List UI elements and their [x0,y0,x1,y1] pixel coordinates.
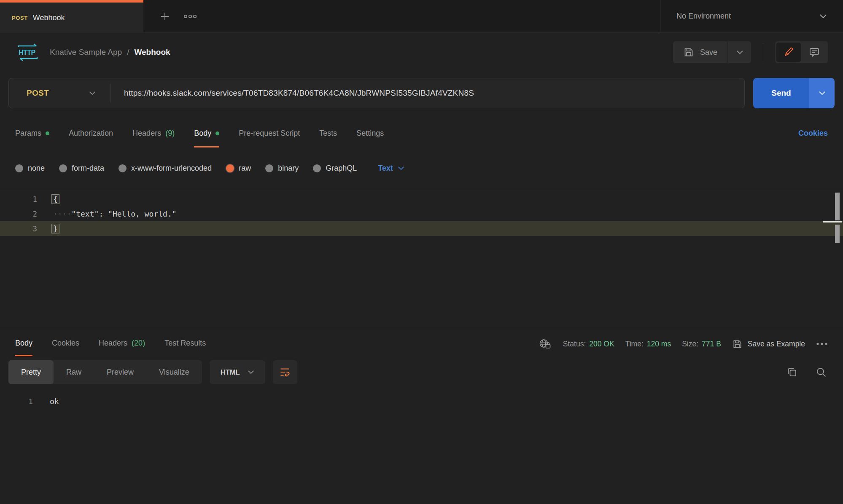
wrap-lines-button[interactable] [273,360,297,384]
view-pretty-label: Pretty [21,368,41,377]
editor-line: 2 ····"text": "Hello, world." [0,206,843,221]
response-options-button[interactable] [816,342,828,346]
method-selector[interactable]: POST [9,88,110,98]
status-pair: Status: 200 OK [563,340,614,349]
tab-headers[interactable]: Headers (9) [132,121,175,147]
breadcrumb-request-name[interactable]: Webhook [134,48,170,57]
view-visualize[interactable]: Visualize [146,360,202,384]
request-body-editor[interactable]: 1 { 2 ····"text": "Hello, world." 3 } [0,189,843,329]
url-row: POST https://hooks.slack.com/services/T0… [0,72,843,115]
environment-value: No Environment [676,12,731,21]
tab-settings-label: Settings [356,129,384,138]
response-line-number: 1 [0,394,33,409]
tab-body-label: Body [194,129,211,138]
line-number: 3 [0,221,37,236]
tab-settings[interactable]: Settings [356,121,384,147]
save-options-button[interactable] [728,41,751,63]
comments-button[interactable] [802,43,827,62]
send-button-label: Send [771,88,791,98]
chevron-down-icon [248,370,254,374]
chevron-down-icon [819,14,827,19]
code-text: { [37,192,59,206]
save-as-example-button[interactable]: Save as Example [732,339,805,349]
url-bar: POST https://hooks.slack.com/services/T0… [8,78,745,108]
save-icon [732,339,743,349]
cookies-link[interactable]: Cookies [798,121,828,147]
url-input[interactable]: https://hooks.slack.com/services/T06TD83… [110,88,474,98]
send-button[interactable]: Send [753,78,809,108]
save-split-button: Save [673,41,751,63]
code-text: } [37,221,59,236]
response-tab-test-results[interactable]: Test Results [164,332,206,356]
chevron-down-icon [819,91,826,95]
view-raw-label: Raw [66,368,81,377]
editor-scrollbar-thumb[interactable] [835,193,840,220]
view-raw[interactable]: Raw [54,360,94,384]
mode-urlencoded[interactable]: x-www-form-urlencoded [119,164,212,173]
response-view-row: Pretty Raw Preview Visualize HTML [0,356,843,388]
view-visualize-label: Visualize [159,368,189,377]
params-active-dot [46,131,49,135]
radio-selected-icon [226,164,234,172]
tab-authorization[interactable]: Authorization [69,121,113,147]
radio-icon [59,164,67,172]
radio-icon [265,164,273,172]
response-tab-cookies[interactable]: Cookies [52,332,79,356]
bracket-highlight: } [51,224,59,233]
time-pair: Time: 120 ms [625,340,671,349]
request-section-tabs: Params Authorization Headers (9) Body Pr… [0,115,843,147]
tab-tests[interactable]: Tests [319,121,337,147]
response-tab-body-label: Body [15,339,32,348]
save-button[interactable]: Save [673,41,727,63]
breadcrumb-separator: / [127,48,129,57]
tab-pre-request-label: Pre-request Script [239,129,300,138]
line-number: 1 [0,192,37,206]
radio-icon [119,164,127,172]
more-icon [816,342,828,346]
mode-none[interactable]: none [15,164,45,173]
view-preview[interactable]: Preview [94,360,146,384]
new-tab-button[interactable] [153,0,177,32]
response-tab-body[interactable]: Body [15,332,32,356]
environment-selector[interactable]: No Environment [660,0,843,32]
bracket-highlight: { [51,194,59,204]
body-mode-row: none form-data x-www-form-urlencoded raw… [0,147,843,189]
tab-params[interactable]: Params [15,121,49,147]
send-options-button[interactable] [809,78,835,108]
size-value: 771 B [702,340,721,349]
raw-format-selector[interactable]: Text [378,164,404,173]
mode-graphql-label: GraphQL [326,164,357,173]
edit-request-button[interactable] [776,43,801,62]
response-section: Body Cookies Headers (20) Test Results [0,329,843,409]
save-icon [683,47,694,58]
header-divider [763,43,763,61]
network-info-icon[interactable] [539,338,552,350]
breadcrumb: Knative Sample App / Webhook [50,48,170,57]
whitespace-dots: ···· [53,209,71,218]
mode-binary[interactable]: binary [265,164,299,173]
copy-icon[interactable] [786,367,798,378]
request-tab[interactable]: POST Webhook [0,0,143,33]
raw-format-value: Text [378,164,393,173]
search-icon[interactable] [816,367,827,378]
more-icon [183,13,197,19]
tab-pre-request-script[interactable]: Pre-request Script [239,121,300,147]
mode-graphql[interactable]: GraphQL [313,164,357,173]
headers-count: (9) [165,129,175,138]
tab-options-button[interactable] [177,0,203,32]
radio-icon [313,164,321,172]
view-pretty[interactable]: Pretty [8,360,54,384]
response-format-selector[interactable]: HTML [210,360,265,384]
breadcrumb-collection[interactable]: Knative Sample App [50,48,122,57]
mode-raw[interactable]: raw [226,164,251,173]
mode-binary-label: binary [278,164,299,173]
line-number: 2 [0,206,37,221]
radio-icon [15,164,23,172]
response-tabs: Body Cookies Headers (20) Test Results [0,329,843,356]
tab-body[interactable]: Body [194,121,219,147]
tab-method-label: POST [12,15,28,21]
mode-form-data[interactable]: form-data [59,164,104,173]
size-pair: Size: 771 B [682,340,721,349]
response-tab-headers[interactable]: Headers (20) [99,332,145,356]
response-body-text: ok [33,394,59,409]
